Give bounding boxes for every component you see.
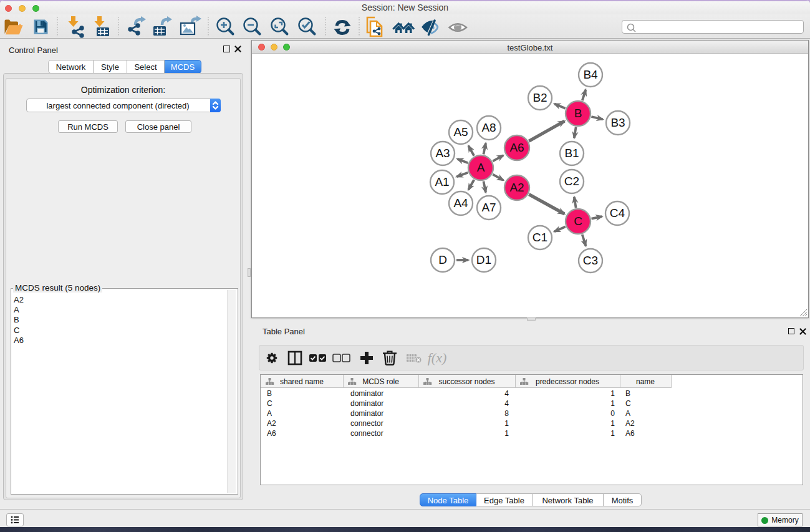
svg-text:C: C xyxy=(574,215,582,228)
svg-text:A: A xyxy=(477,161,485,174)
svg-text:A5: A5 xyxy=(453,125,468,138)
svg-text:A3: A3 xyxy=(435,147,450,160)
svg-text:A2: A2 xyxy=(509,181,524,194)
svg-text:f(x): f(x) xyxy=(428,350,447,365)
svg-text:C1: C1 xyxy=(533,231,547,244)
svg-text:B3: B3 xyxy=(610,116,625,129)
svg-text:D: D xyxy=(438,253,447,266)
svg-text:A1: A1 xyxy=(435,175,449,188)
svg-text:C4: C4 xyxy=(610,206,625,220)
svg-text:A7: A7 xyxy=(481,201,496,214)
svg-text:B4: B4 xyxy=(583,68,598,81)
svg-text:C3: C3 xyxy=(583,254,598,267)
svg-text:A4: A4 xyxy=(453,196,468,210)
svg-text:C2: C2 xyxy=(564,175,579,188)
svg-text:B1: B1 xyxy=(564,147,579,160)
svg-text:D1: D1 xyxy=(476,253,491,266)
svg-text:A6: A6 xyxy=(509,141,524,154)
svg-text:B2: B2 xyxy=(533,91,547,104)
svg-text:A8: A8 xyxy=(481,121,496,134)
svg-text:B: B xyxy=(574,107,582,120)
